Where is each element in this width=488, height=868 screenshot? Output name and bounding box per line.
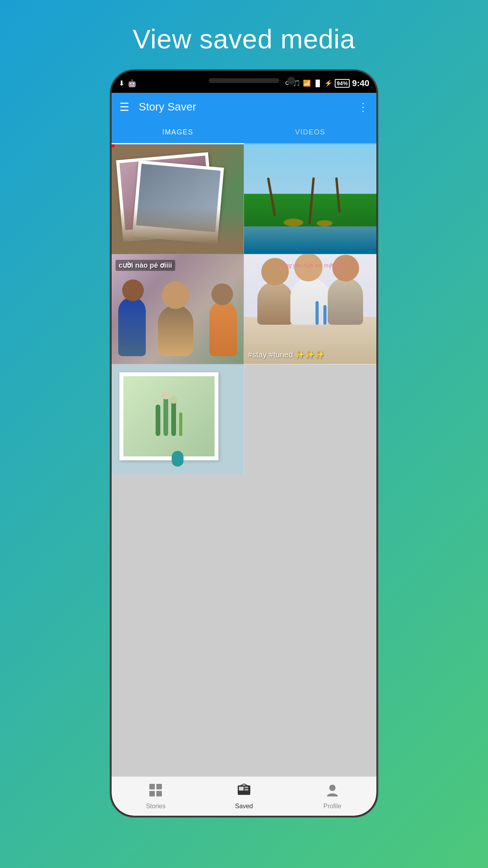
svg-rect-7: [244, 789, 248, 791]
phone-screen: ⬇ 🤖 ⟳ 🎵 📶 ▐▌ ⚡ 94% 9:40 ☰ Story Saver ⋮: [112, 71, 376, 816]
image-grid: cười nào pé ơiiii: [112, 144, 376, 776]
android-icon: 🤖: [128, 79, 136, 88]
grid-cell-1[interactable]: [112, 144, 244, 254]
tab-videos[interactable]: VIDEOS: [244, 121, 376, 143]
cell4-pink-text: đừng yêu nữa em mệt rồi: [251, 262, 370, 268]
status-time: 9:40: [352, 78, 369, 88]
hamburger-icon[interactable]: ☰: [119, 101, 129, 114]
grid-cell-4[interactable]: đừng yêu nữa em mệt rồi #stay #tuned ✨✨✨: [244, 254, 376, 364]
svg-rect-0: [149, 784, 155, 789]
nav-item-saved[interactable]: Saved: [200, 777, 288, 816]
status-right: ⟳ 🎵 📶 ▐▌ ⚡ 94% 9:40: [285, 78, 369, 88]
red-indicator: [112, 144, 115, 147]
svg-rect-3: [156, 791, 162, 796]
svg-rect-5: [239, 787, 244, 791]
app-bar: ☰ Story Saver ⋮: [112, 93, 376, 121]
svg-rect-2: [149, 791, 155, 796]
signal-icon: ▐▌: [313, 80, 322, 87]
battery-indicator: 94%: [335, 79, 350, 88]
svg-rect-1: [156, 784, 162, 789]
cell5-flowers: [123, 376, 215, 456]
tab-images-label: IMAGES: [162, 128, 193, 136]
page-title: View saved media: [133, 24, 356, 54]
nav-item-stories[interactable]: Stories: [112, 777, 200, 816]
profile-icon: [325, 783, 339, 800]
grid-cell-2[interactable]: [244, 144, 376, 254]
saved-icon: [237, 783, 251, 800]
tab-videos-label: VIDEOS: [295, 128, 325, 136]
grid-cell-5[interactable]: [112, 364, 244, 474]
phone-wrapper: ⬇ 🤖 ⟳ 🎵 📶 ▐▌ ⚡ 94% 9:40 ☰ Story Saver ⋮: [110, 70, 378, 817]
phone-top-hardware: [209, 78, 279, 83]
phone-frame: ⬇ 🤖 ⟳ 🎵 📶 ▐▌ ⚡ 94% 9:40 ☰ Story Saver ⋮: [110, 70, 378, 817]
bottom-nav: Stories Saved: [112, 776, 376, 816]
lightning-icon: ⚡: [325, 79, 332, 87]
wifi-icon: 📶: [303, 79, 311, 87]
svg-point-8: [329, 785, 336, 791]
cell4-hashtag: #stay #tuned ✨✨✨: [248, 350, 325, 359]
app-title: Story Saver: [139, 101, 358, 113]
grid-cell-6: [244, 364, 376, 474]
stories-label: Stories: [146, 803, 165, 810]
download-icon: ⬇: [119, 79, 125, 88]
svg-rect-6: [244, 787, 248, 788]
more-options-icon[interactable]: ⋮: [358, 101, 369, 114]
nav-item-profile[interactable]: Profile: [288, 777, 376, 816]
grid-cell-3[interactable]: cười nào pé ơiiii: [112, 254, 244, 364]
cell5-frame: [119, 372, 218, 460]
stories-icon: [149, 783, 163, 800]
tab-images[interactable]: IMAGES: [112, 121, 244, 143]
cell3-overlay-text: cười nào pé ơiiii: [116, 260, 175, 271]
tabs-bar: IMAGES VIDEOS: [112, 121, 376, 144]
profile-label: Profile: [323, 803, 341, 810]
status-left: ⬇ 🤖: [119, 79, 136, 88]
saved-label: Saved: [235, 803, 253, 810]
